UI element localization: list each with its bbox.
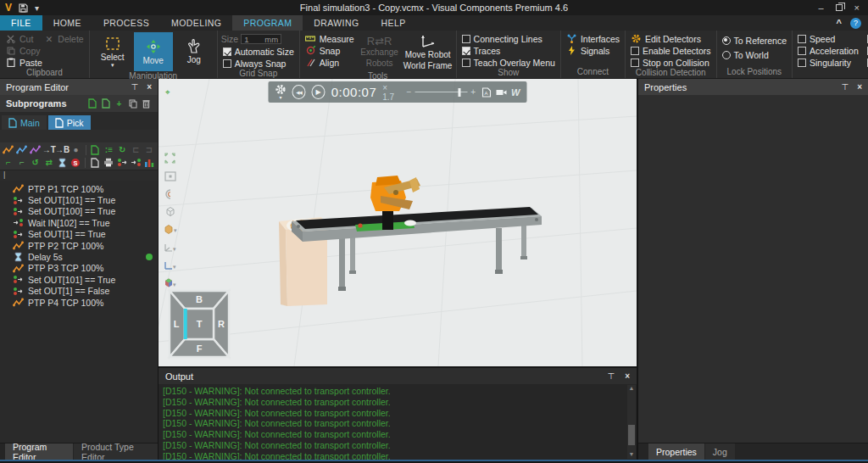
statement-row[interactable]: Set OUT[100] == True (0, 206, 158, 217)
halt-icon[interactable]: S (70, 157, 82, 168)
reset-simulation-button[interactable]: ◀◀ (292, 85, 306, 99)
bottom-tab-program-editor[interactable]: Program Editor (5, 443, 73, 460)
break-icon[interactable] (116, 157, 128, 168)
orbit-icon[interactable] (163, 187, 177, 200)
speed-slider[interactable]: − + (406, 87, 476, 97)
to-world-radio[interactable]: To World (721, 49, 788, 60)
record-video-icon[interactable] (495, 88, 507, 97)
assign-icon[interactable]: :≡ (103, 144, 114, 155)
ribbon-tab-drawing[interactable]: DRAWING (303, 15, 370, 31)
ribbon-tab-process[interactable]: PROCESS (92, 15, 160, 31)
snap-button[interactable]: Snap (303, 45, 356, 56)
singularity-checkbox[interactable]: Singularity (796, 57, 860, 68)
delete-button[interactable]: ✕Delete (42, 33, 85, 44)
output-pin-icon[interactable]: ⊤ (607, 371, 615, 381)
teach-t-icon[interactable]: →T (43, 144, 55, 155)
ribbon-tab-home[interactable]: HOME (42, 15, 92, 31)
to-reference-radio[interactable]: To Reference (721, 35, 788, 46)
while-icon[interactable]: ↺ (30, 157, 42, 168)
select-button[interactable]: Select ▾ (93, 32, 132, 71)
indent-left-icon[interactable]: ⊏ (130, 144, 142, 155)
new-subprogram-icon[interactable] (86, 98, 97, 109)
minimize-button[interactable]: – (818, 3, 823, 12)
bottom-tab-product-type-editor[interactable]: Product Type Editor (74, 443, 158, 460)
simulation-settings-icon[interactable]: ▾ (275, 84, 287, 101)
restore-button[interactable] (836, 4, 843, 11)
pin-icon[interactable]: ⊤ (131, 82, 138, 92)
if-icon[interactable]: ⌐ (3, 157, 14, 168)
speed-increase-icon[interactable]: + (470, 87, 476, 97)
delete-icon[interactable] (141, 98, 152, 109)
close-button[interactable]: × (854, 3, 860, 12)
statement-row[interactable]: PTP P3 TCP 100% (0, 263, 158, 274)
ribbon-tab-file[interactable]: FILE (0, 15, 42, 31)
always-snap-checkbox[interactable]: Always Snap (221, 58, 296, 69)
shaded-cube-icon[interactable]: ▾ (163, 223, 177, 236)
exchange-robots-button[interactable]: R⇄R ExchangeRobots (360, 32, 399, 71)
output-scrollbar[interactable]: ▲ ▼ (627, 385, 636, 459)
bottom-tab-jog[interactable]: Jog (705, 443, 735, 460)
scrollbar-thumb[interactable] (628, 425, 635, 445)
speed-checkbox[interactable]: Speed (796, 33, 860, 44)
close-panel-icon[interactable]: × (147, 82, 152, 92)
call-routine-icon[interactable] (90, 144, 102, 155)
ribbon-tab-program[interactable]: PROGRAM (232, 15, 303, 31)
teach-b-icon[interactable]: →B (57, 144, 69, 155)
chart-icon[interactable] (143, 157, 155, 168)
statement-row[interactable]: Delay 5s (0, 251, 158, 262)
statement-row[interactable]: PTP P4 TCP 100% (0, 297, 158, 308)
edit-detectors-button[interactable]: Edit Detectors (629, 33, 713, 44)
copy-button[interactable]: Copy (3, 45, 86, 56)
help-icon[interactable]: ? (850, 18, 861, 29)
fill-view-icon[interactable] (163, 152, 177, 165)
wireframe-cube-icon[interactable] (163, 205, 177, 218)
open-subprogram-icon[interactable] (100, 98, 111, 109)
ptp-motion-icon[interactable] (3, 144, 14, 155)
statement-row[interactable]: PTP P2 TCP 100% (0, 240, 158, 251)
jog-button[interactable]: Jog (175, 32, 214, 71)
record-icon[interactable]: ● (70, 144, 82, 155)
stop-on-collision-checkbox[interactable]: Stop on Collision (629, 57, 713, 68)
traces-checkbox[interactable]: Traces (460, 45, 557, 56)
acceleration-checkbox[interactable]: Acceleration (796, 45, 860, 56)
viewport-3d[interactable]: ⌖ ▾ ◀◀ ▶ 0:00:07 × 1.7 − + A (159, 79, 637, 366)
enable-detectors-checkbox[interactable]: Enable Detectors (629, 45, 713, 56)
frame-type-icon[interactable]: ▾ (163, 241, 177, 254)
interfaces-button[interactable]: Interfaces (565, 33, 621, 44)
properties-pin-icon[interactable]: ⊤ (841, 82, 849, 92)
align-button[interactable]: Align (303, 57, 356, 68)
bottom-tab-properties[interactable]: Properties (648, 443, 704, 460)
path-motion-icon[interactable] (30, 144, 42, 155)
lin-motion-icon[interactable] (16, 144, 28, 155)
comment-icon[interactable] (89, 157, 101, 168)
statement-row[interactable]: Set OUT[101] == True (0, 194, 158, 205)
add-icon[interactable]: + (114, 98, 125, 109)
loop-icon[interactable]: ↻ (116, 144, 128, 155)
sync-icon[interactable]: ⇄ (43, 157, 55, 168)
properties-close-icon[interactable]: × (857, 82, 862, 92)
statement-row[interactable]: Wait IN[102] == True (0, 217, 158, 228)
subprogram-tab-main[interactable]: Main (2, 115, 47, 130)
save-icon[interactable] (19, 3, 28, 13)
paste-button[interactable]: Paste (3, 57, 86, 68)
statement-row[interactable]: Set OUT[1] == True (0, 229, 158, 240)
speed-decrease-icon[interactable]: − (406, 87, 411, 97)
automatic-size-checkbox[interactable]: Automatic Size (221, 46, 296, 57)
measure-button[interactable]: Measure (303, 33, 356, 44)
collapse-ribbon-icon[interactable]: ^ (837, 18, 842, 28)
scroll-down-icon[interactable]: ▼ (629, 451, 635, 459)
elseif-icon[interactable]: ⌐ (16, 157, 28, 168)
move-robot-world-frame-button[interactable]: Move RobotWorld Frame (403, 32, 453, 71)
speed-slider-thumb[interactable] (459, 88, 461, 97)
size-input[interactable]: 1mm (241, 34, 281, 44)
render-mode-icon[interactable]: ▾ (163, 276, 177, 289)
statement-filter-input[interactable]: | (0, 170, 158, 181)
connecting-lines-checkbox[interactable]: Connecting Lines (460, 33, 557, 44)
print-icon[interactable] (103, 157, 114, 168)
ribbon-tab-help[interactable]: HELP (370, 15, 417, 31)
statement-row[interactable]: Set OUT[101] == True (0, 274, 158, 285)
ribbon-tab-modeling[interactable]: MODELING (160, 15, 232, 31)
export-image-icon[interactable]: A (481, 87, 491, 98)
cut-button[interactable]: Cut (3, 33, 35, 44)
signals-button[interactable]: Signals (565, 45, 621, 56)
